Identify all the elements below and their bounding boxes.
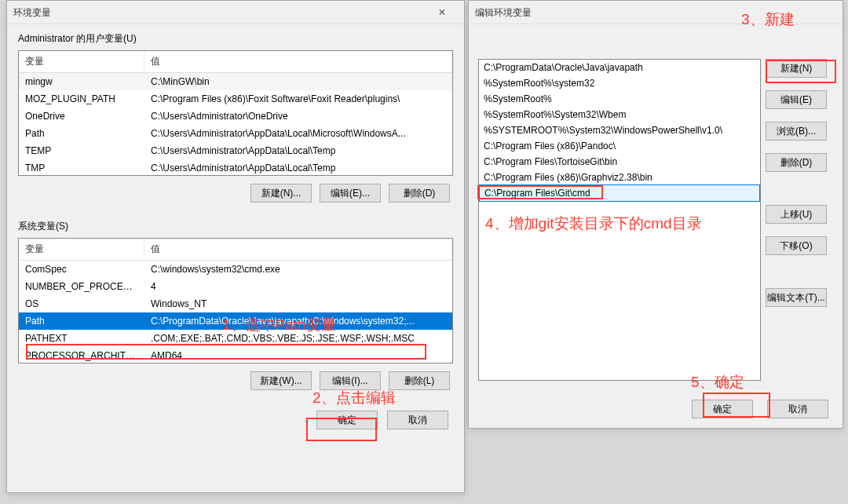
table-row[interactable]: NUMBER_OF_PROCESSORS4 xyxy=(19,278,452,295)
right-buttons-column: 新建(N) 编辑(E) 浏览(B)... 删除(D) 上移(U) 下移(O) 编… xyxy=(766,59,833,307)
var-value: C:\Users\Administrator\AppData\Local\Tem… xyxy=(144,144,452,157)
sys-vars-list[interactable]: 变量 值 ComSpecC:\windows\system32\cmd.exeN… xyxy=(18,238,453,363)
ok-button[interactable]: 确定 xyxy=(692,400,753,418)
sys-new-button[interactable]: 新建(W)... xyxy=(250,371,312,390)
path-list[interactable]: C:\ProgramData\Oracle\Java\javapath%Syst… xyxy=(478,59,761,381)
ok-button[interactable]: 确定 xyxy=(316,411,378,429)
table-row[interactable]: MOZ_PLUGIN_PATHC:\Program Files (x86)\Fo… xyxy=(19,90,452,108)
cancel-button[interactable]: 取消 xyxy=(387,411,448,429)
var-value: C:\Users\Administrator\AppData\Local\Tem… xyxy=(144,162,452,174)
list-header: 变量 值 xyxy=(19,51,452,73)
dialog-title: 编辑环境变量 xyxy=(475,1,532,24)
table-row[interactable]: PathC:\ProgramData\Oracle\Java\javapath;… xyxy=(19,312,452,330)
list-item[interactable]: C:\ProgramData\Oracle\Java\javapath xyxy=(479,60,760,75)
table-row[interactable]: PathC:\Users\Administrator\AppData\Local… xyxy=(19,125,452,142)
move-down-button[interactable]: 下移(O) xyxy=(766,236,827,255)
var-value: C:\Users\Administrator\AppData\Local\Mic… xyxy=(144,127,452,140)
sys-delete-button[interactable]: 删除(L) xyxy=(389,371,450,390)
var-value: C:\ProgramData\Oracle\Java\javapath;C:\w… xyxy=(144,315,452,327)
list-item[interactable]: %SYSTEMROOT%\System32\WindowsPowerShell\… xyxy=(479,122,760,138)
header-variable: 变量 xyxy=(19,239,144,260)
user-edit-button[interactable]: 编辑(E)... xyxy=(320,184,381,203)
table-row[interactable]: ComSpecC:\windows\system32\cmd.exe xyxy=(19,261,452,278)
var-name: Path xyxy=(19,127,144,140)
var-name: PATHEXT xyxy=(19,332,144,345)
edit-env-var-dialog: 编辑环境变量 C:\ProgramData\Oracle\Java\javapa… xyxy=(468,0,843,429)
env-vars-dialog: 环境变量 × Administrator 的用户变量(U) 变量 值 mingw… xyxy=(6,0,465,493)
table-row[interactable]: OSWindows_NT xyxy=(19,295,452,312)
list-header: 变量 值 xyxy=(19,239,452,261)
table-row[interactable]: OneDriveC:\Users\Administrator\OneDrive xyxy=(19,108,452,125)
var-name: OneDrive xyxy=(19,110,144,122)
dialog-actions: 确定 取消 xyxy=(7,403,464,437)
var-value: Windows_NT xyxy=(144,298,452,310)
list-item[interactable]: C:\Program Files\Git\cmd xyxy=(479,184,760,202)
user-delete-button[interactable]: 删除(D) xyxy=(389,184,450,203)
sys-vars-section: 系统变量(S) 变量 值 ComSpecC:\windows\system32\… xyxy=(18,220,453,400)
list-item[interactable]: C:\Program Files (x86)\Pandoc\ xyxy=(479,138,760,154)
list-item[interactable]: %SystemRoot%\System32\Wbem xyxy=(479,107,760,122)
var-name: TEMP xyxy=(19,144,144,157)
var-value: 4 xyxy=(144,280,452,293)
var-name: OS xyxy=(19,298,144,310)
titlebar: 编辑环境变量 xyxy=(469,1,843,24)
user-buttons-row: 新建(N)... 编辑(E)... 删除(D) xyxy=(18,176,453,212)
var-value: C:\MinGW\bin xyxy=(144,75,452,88)
edit-text-button[interactable]: 编辑文本(T)... xyxy=(766,288,827,307)
var-value: C:\windows\system32\cmd.exe xyxy=(144,263,452,276)
dialog-actions: 确定 取消 xyxy=(692,400,828,418)
user-section-label: Administrator 的用户变量(U) xyxy=(18,32,453,46)
edit-button[interactable]: 编辑(E) xyxy=(766,90,827,109)
table-row[interactable]: TMPC:\Users\Administrator\AppData\Local\… xyxy=(19,159,452,176)
user-vars-section: Administrator 的用户变量(U) 变量 值 mingwC:\MinG… xyxy=(18,32,453,212)
var-value: .COM;.EXE;.BAT;.CMD;.VBS;.VBE;.JS;.JSE;.… xyxy=(144,332,452,345)
var-value: C:\Program Files (x86)\Foxit Software\Fo… xyxy=(144,93,452,105)
var-name: PROCESSOR_ARCHITECT... xyxy=(19,349,144,362)
list-item[interactable]: %SystemRoot% xyxy=(479,91,760,107)
delete-button[interactable]: 删除(D) xyxy=(766,153,827,172)
var-name: MOZ_PLUGIN_PATH xyxy=(19,93,144,105)
dialog-title: 环境变量 xyxy=(13,1,51,24)
var-value: C:\Users\Administrator\OneDrive xyxy=(144,110,452,122)
close-icon[interactable]: × xyxy=(426,1,458,24)
sys-edit-button[interactable]: 编辑(I)... xyxy=(320,371,381,390)
browse-button[interactable]: 浏览(B)... xyxy=(766,122,827,141)
titlebar: 环境变量 × xyxy=(7,1,464,24)
cancel-button[interactable]: 取消 xyxy=(767,400,828,418)
sys-section-label: 系统变量(S) xyxy=(18,220,453,233)
move-up-button[interactable]: 上移(U) xyxy=(766,205,827,224)
var-name: TMP xyxy=(19,162,144,174)
var-name: Path xyxy=(19,315,144,327)
header-value: 值 xyxy=(144,239,452,260)
var-name: ComSpec xyxy=(19,263,144,276)
list-item[interactable]: %SystemRoot%\system32 xyxy=(479,75,760,91)
list-item[interactable]: C:\Program Files\TortoiseGit\bin xyxy=(479,154,760,170)
var-name: NUMBER_OF_PROCESSORS xyxy=(19,280,144,293)
var-value: AMD64 xyxy=(144,349,452,362)
table-row[interactable]: PATHEXT.COM;.EXE;.BAT;.CMD;.VBS;.VBE;.JS… xyxy=(19,330,452,347)
table-row[interactable]: TEMPC:\Users\Administrator\AppData\Local… xyxy=(19,142,452,159)
list-item[interactable]: C:\Program Files (x86)\Graphviz2.38\bin xyxy=(479,170,760,185)
sys-buttons-row: 新建(W)... 编辑(I)... 删除(L) xyxy=(18,363,453,400)
header-value: 值 xyxy=(144,51,452,72)
new-button[interactable]: 新建(N) xyxy=(766,59,827,78)
header-variable: 变量 xyxy=(19,51,144,72)
table-row[interactable]: PROCESSOR_ARCHITECT...AMD64 xyxy=(19,347,452,363)
table-row[interactable]: mingwC:\MinGW\bin xyxy=(19,73,452,90)
user-new-button[interactable]: 新建(N)... xyxy=(250,184,312,203)
user-vars-list[interactable]: 变量 值 mingwC:\MinGW\binMOZ_PLUGIN_PATHC:\… xyxy=(18,50,453,176)
var-name: mingw xyxy=(19,75,144,88)
